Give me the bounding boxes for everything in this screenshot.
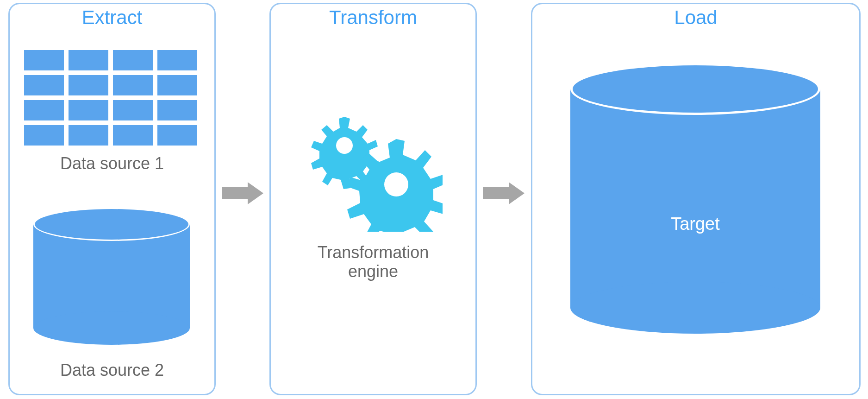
transform-label-line1: Transformation [318, 243, 429, 262]
target-label: Target [570, 214, 820, 234]
arrow-extract-to-transform-icon [222, 182, 263, 204]
data-source-1-grid-icon [24, 50, 197, 146]
transform-title: Transform [269, 6, 477, 29]
transform-label-line2: engine [348, 262, 398, 281]
etl-diagram: Extract Data source 1 Data source 2 Tran… [0, 0, 868, 399]
target-cylinder-icon: Target [570, 63, 820, 334]
arrow-transform-to-load-icon [483, 182, 525, 204]
load-title: Load [531, 6, 861, 29]
data-source-1-label: Data source 1 [8, 154, 216, 173]
data-source-2-cylinder-icon [33, 208, 190, 345]
transform-label: Transformation engine [269, 243, 477, 281]
extract-title: Extract [8, 6, 216, 29]
gears-icon [306, 105, 443, 232]
data-source-2-label: Data source 2 [8, 361, 216, 380]
